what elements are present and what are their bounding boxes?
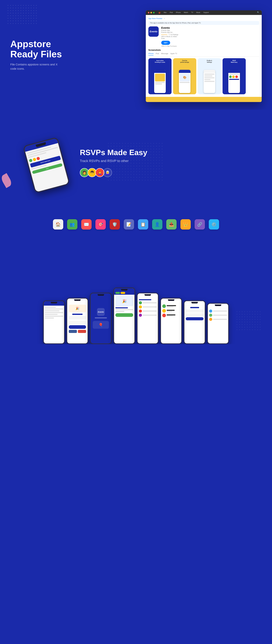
sp-title-5 xyxy=(139,299,151,300)
icon-target[interactable]: 🎯 xyxy=(96,219,106,230)
app-company: Evento App Inc. xyxy=(161,31,259,33)
sp-contact-avatar-1 xyxy=(162,304,166,308)
sp-splash-illustration: 🎈 xyxy=(93,321,109,329)
icon-share[interactable]: 📤 xyxy=(166,219,176,230)
icon-home[interactable]: 🏠 xyxy=(53,219,63,230)
sp-contact-avatar-3 xyxy=(162,314,166,317)
tab-iphone[interactable]: iPhone xyxy=(148,52,154,56)
sp-row-3 xyxy=(45,310,60,311)
nav-mac[interactable]: Mac xyxy=(164,12,167,14)
rsvp-avatars-row: 👩 👦 👩‍🦰 👩‍🦳 xyxy=(80,168,252,177)
icon-notes[interactable]: 📝 xyxy=(124,219,134,230)
screen-inner-5 xyxy=(138,294,158,344)
nav-apple[interactable]: 🍎 xyxy=(158,12,160,14)
tab-ipad[interactable]: iPad xyxy=(156,52,159,56)
get-app-button[interactable]: GET xyxy=(161,41,170,45)
sc-label-4: RSVPMade Easy xyxy=(222,60,246,63)
screen-inner-4: 🎉 xyxy=(114,288,134,344)
section-icons: 🏠 👥 ✉️ 🎯 🛡️ 📝 📋 👤 📤 👑 🔗 ⚙️ xyxy=(0,210,272,238)
notch-3 xyxy=(98,294,104,296)
sp-event-date xyxy=(116,311,124,312)
sp-contact-info-3 xyxy=(167,314,180,316)
tab-imessage[interactable]: iMessage xyxy=(161,52,168,56)
tab-appletv[interactable]: Apple TV xyxy=(170,52,177,56)
sp-input-1 xyxy=(69,316,86,320)
nav-watch[interactable]: Watch xyxy=(184,12,188,14)
sp-contact-info-1 xyxy=(167,305,180,307)
chip-1 xyxy=(116,292,120,294)
sp-att-name-1 xyxy=(143,302,156,303)
mac-title-bar: 🍎 Mac iPad iPhone Watch TV Music Support… xyxy=(146,10,262,15)
appstore-title: Appstore Ready Files xyxy=(10,39,64,59)
app-rating: ★★★★☆ 7,710 Ratings xyxy=(161,34,259,36)
sp-input-2 xyxy=(69,320,86,324)
notch-4 xyxy=(121,289,128,290)
nav-support[interactable]: Support xyxy=(203,12,209,14)
screen-phone-6 xyxy=(160,298,182,344)
sp-logo-box: Evento xyxy=(97,308,105,316)
mac-close-dot[interactable] xyxy=(148,12,150,14)
notch-5 xyxy=(144,294,151,296)
screen-phone-2: 🎉 xyxy=(66,298,88,344)
screen-avatar-2 xyxy=(32,158,36,162)
sp-fb-btn xyxy=(69,330,77,333)
sp-att-name-4 xyxy=(143,315,156,316)
notch-6 xyxy=(168,299,174,301)
in-app-label: Offers In-App Purchases xyxy=(161,45,259,47)
icon-shield[interactable]: 🛡️ xyxy=(110,219,120,230)
sp-content-8 xyxy=(208,308,228,344)
sp-event-desc xyxy=(116,309,133,310)
icon-contacts[interactable]: 👥 xyxy=(67,219,78,230)
screens-row: 🎉 Evento xyxy=(42,288,230,344)
nav-tv[interactable]: TV xyxy=(191,12,193,14)
mac-maximize-dot[interactable] xyxy=(153,12,154,14)
sp-social-row xyxy=(69,330,86,333)
icon-mail[interactable]: ✉️ xyxy=(81,219,92,230)
mac-minimize-dot[interactable] xyxy=(150,12,152,14)
phone-screen-content: RSVPs Made Easy RSVP xyxy=(25,143,69,192)
screenshot-3: Profile &Settings xyxy=(198,58,221,94)
sp-contact-2 xyxy=(162,309,180,312)
mac-search-icon[interactable]: 🔍 xyxy=(257,11,260,14)
rsvp-text-container: RSVPs Made Easy Track RSVPs and RSVP to … xyxy=(70,148,252,177)
sp-row-4 xyxy=(45,312,63,313)
screenshots-label: Screenshots xyxy=(148,49,259,51)
bottom-spacer xyxy=(0,344,272,354)
sp-register-title xyxy=(190,307,199,308)
section-screens: for(let i=0;i<80;i++) document.write('<s… xyxy=(0,254,272,344)
spacer-3 xyxy=(0,238,272,254)
sp-contact-3 xyxy=(162,314,180,317)
sc-label-3: Profile &Settings xyxy=(198,60,221,63)
icon-crown[interactable]: 👑 xyxy=(180,219,191,230)
sp-rsvp-btn xyxy=(116,313,133,317)
icon-link[interactable]: 🔗 xyxy=(194,219,205,230)
sp-attendee-4 xyxy=(139,314,156,317)
sp-reg-input-2 xyxy=(186,313,204,316)
sp-att-avatar-1 xyxy=(139,301,142,304)
rsvp-phone-mockup: RSVPs Made Easy RSVP xyxy=(23,137,70,194)
phone-screen: RSVPs Made Easy RSVP xyxy=(24,138,69,192)
rsvp-phone-container: RSVPs Made Easy RSVP xyxy=(20,136,70,190)
sp-content-1 xyxy=(44,306,64,344)
section-appstore: Appstore Ready Files File Contains appst… xyxy=(0,0,272,110)
sp-event-title xyxy=(116,307,128,308)
screen-inner-1 xyxy=(44,301,64,344)
sp-row-1 xyxy=(45,307,56,308)
rsvp-avatar-4: 👩‍🦳 xyxy=(103,168,112,177)
sp-content-2: 🎉 xyxy=(67,303,88,344)
sp-list-name-2 xyxy=(213,315,227,316)
avatar-face-1: 👩 xyxy=(80,168,88,177)
icon-profile[interactable]: 👤 xyxy=(152,219,162,230)
icon-clipboard[interactable]: 📋 xyxy=(138,219,148,230)
avatar-face-4: 👩‍🦳 xyxy=(104,168,112,177)
sp-attendee-1 xyxy=(139,301,156,304)
nav-iphone[interactable]: iPhone xyxy=(176,12,181,14)
appstore-description: File Contains appstore screens and X cod… xyxy=(10,62,64,71)
nav-music[interactable]: Music xyxy=(196,12,200,14)
sp-content-7 xyxy=(184,306,205,344)
rsvp-button-text: RSVPs Made Easy xyxy=(40,160,50,164)
avatar-face-3: 👩‍🦰 xyxy=(96,168,104,177)
nav-ipad[interactable]: iPad xyxy=(170,12,173,14)
sp-header-chips xyxy=(116,292,125,294)
icon-settings[interactable]: ⚙️ xyxy=(209,219,219,230)
